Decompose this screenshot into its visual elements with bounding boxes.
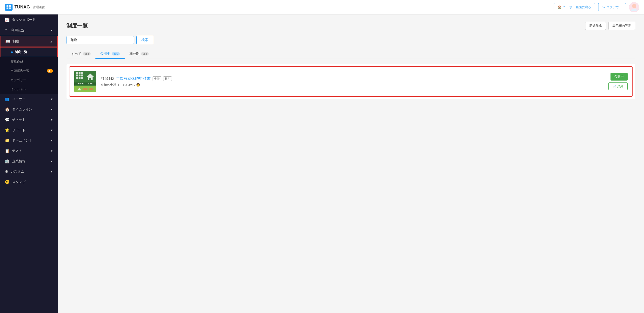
header-left: TUNAG 管理画面 (5, 4, 45, 11)
users-icon: 👥 (5, 97, 10, 101)
svg-rect-9 (90, 78, 91, 80)
sidebar-item-seido-report[interactable]: 申請報告一覧 36 (0, 66, 58, 76)
header-subtitle: 管理画面 (33, 5, 45, 10)
display-order-button[interactable]: 表示順の設定 (608, 22, 635, 30)
seido-icon: 📖 (5, 39, 10, 44)
record-card: WORK LIFE #149442 年次有給休暇申請書 (69, 66, 633, 97)
record-name-link[interactable]: 年次有給休暇申請書 (116, 76, 151, 81)
sidebar-item-seido-category[interactable]: カテゴリー (0, 76, 58, 85)
chevron-down-icon: ▼ (50, 118, 53, 121)
custom-icon: ⚙ (5, 169, 8, 174)
record-list: WORK LIFE #149442 年次有給休暇申請書 (66, 64, 635, 99)
record-id: #149442 (101, 77, 114, 81)
header-right: 🏠 ユーザー画面に戻る ↪ ログアウト (554, 2, 639, 12)
sidebar-item-company[interactable]: 🏢 企業情報 ▼ (0, 156, 58, 166)
sidebar-item-reward[interactable]: ⭐ リワード ▼ (0, 125, 58, 135)
logo: TUNAG 管理画面 (5, 4, 45, 11)
chevron-down-icon: ▼ (50, 98, 53, 101)
main-content: 制度一覧 新規作成 表示順の設定 検索 すべて 653 公開中 400 非公開 … (58, 15, 644, 313)
tab-all[interactable]: すべて 653 (66, 49, 96, 59)
thumbnail-bottom (74, 86, 96, 92)
tab-private-count: 253 (141, 52, 149, 56)
reward-icon: ⭐ (5, 128, 10, 132)
chevron-up-icon: ▲ (50, 40, 52, 43)
record-thumbnail: WORK LIFE (74, 71, 96, 92)
life-label: LIFE (88, 83, 92, 85)
sidebar-item-usage[interactable]: 〜 利用状況 ▼ (0, 25, 58, 36)
document-icon: 📄 (612, 85, 616, 88)
sidebar-item-document[interactable]: 📁 ドキュメント ▼ (0, 135, 58, 146)
svg-marker-7 (87, 74, 94, 77)
svg-rect-0 (6, 5, 8, 7)
record-info: #149442 年次有給休暇申請書 申請 社内 有給の申請はこちらから 🧑 (101, 76, 604, 87)
thumbnail-top: WORK LIFE (74, 71, 96, 86)
home-icon: 🏠 (558, 5, 562, 9)
page-title: 制度一覧 (66, 22, 88, 30)
sidebar-item-seido[interactable]: 📖 制度 ▲ (0, 36, 58, 47)
sidebar-item-seido-list[interactable]: 制度一覧 (0, 47, 58, 57)
page-header: 制度一覧 新規作成 表示順の設定 (66, 22, 635, 30)
svg-rect-1 (9, 5, 11, 7)
tab-private[interactable]: 非公開 253 (124, 49, 154, 59)
chevron-down-icon: ▼ (50, 170, 53, 173)
active-dot (11, 51, 13, 53)
tab-public[interactable]: 公開中 400 (96, 49, 124, 59)
sidebar-seido-submenu: 制度一覧 新規作成 申請報告一覧 36 カテゴリー ミッション (0, 47, 58, 94)
detail-button[interactable]: 📄 詳細 (608, 83, 628, 90)
record-actions: 公開中 📄 詳細 (608, 73, 628, 90)
sidebar-item-stamp[interactable]: 😊 スタンプ (0, 177, 58, 187)
layout: 📈 ダッシュボード 〜 利用状況 ▼ 📖 制度 ▲ 制度一覧 新規作成 申請報告… (0, 15, 644, 313)
record-tag-internal: 社内 (163, 77, 172, 81)
sidebar-item-custom[interactable]: ⚙ カスタム ▼ (0, 166, 58, 177)
chevron-down-icon: ▼ (50, 139, 53, 142)
svg-point-6 (633, 4, 636, 7)
back-to-user-button[interactable]: 🏠 ユーザー画面に戻る (554, 3, 595, 11)
logout-icon: ↪ (602, 5, 605, 9)
tab-all-count: 653 (83, 52, 90, 56)
chevron-down-icon: ▼ (50, 129, 53, 132)
sidebar-item-test[interactable]: 📋 テスト ▼ (0, 146, 58, 156)
usage-icon: 〜 (5, 28, 9, 33)
rect2-icon (90, 88, 93, 90)
sidebar-item-timeline[interactable]: 🏠 タイムライン ▼ (0, 104, 58, 115)
chevron-down-icon: ▼ (50, 150, 53, 152)
company-icon: 🏢 (5, 159, 10, 163)
logo-text: TUNAG (14, 5, 30, 10)
record-tag-apply: 申請 (152, 77, 161, 81)
search-input[interactable] (66, 36, 134, 44)
triangle-icon (77, 88, 81, 90)
tab-public-count: 400 (112, 52, 120, 56)
dashboard-icon: 📈 (5, 17, 10, 22)
chevron-down-icon: ▼ (50, 108, 53, 111)
published-button[interactable]: 公開中 (610, 73, 628, 81)
sidebar-item-users[interactable]: 👥 ユーザー ▼ (0, 94, 58, 104)
rect-icon (83, 88, 88, 90)
search-button[interactable]: 検索 (136, 36, 153, 44)
stamp-icon: 😊 (5, 180, 10, 184)
document-icon: 📁 (5, 138, 10, 143)
sidebar-item-dashboard[interactable]: 📈 ダッシュボード (0, 15, 58, 25)
sidebar: 📈 ダッシュボード 〜 利用状況 ▼ 📖 制度 ▲ 制度一覧 新規作成 申請報告… (0, 15, 58, 313)
sidebar-item-seido-mission[interactable]: ミッション (0, 85, 58, 94)
logo-box (5, 4, 12, 11)
report-badge: 36 (47, 69, 53, 73)
chevron-down-icon: ▼ (50, 29, 53, 32)
test-icon: 📋 (5, 149, 10, 153)
work-label: WORK (78, 83, 84, 85)
avatar (629, 2, 639, 12)
page-actions: 新規作成 表示順の設定 (585, 22, 635, 30)
timeline-icon: 🏠 (5, 107, 10, 112)
sidebar-item-chat[interactable]: 💬 チャット ▼ (0, 115, 58, 125)
header: TUNAG 管理画面 🏠 ユーザー画面に戻る ↪ ログアウト (0, 0, 644, 15)
svg-rect-3 (9, 8, 11, 9)
record-title-row: #149442 年次有給休暇申請書 申請 社内 (101, 76, 604, 81)
chat-icon: 💬 (5, 117, 10, 122)
tab-bar: すべて 653 公開中 400 非公開 253 (66, 49, 635, 59)
logout-button[interactable]: ↪ ログアウト (598, 3, 626, 11)
sidebar-item-seido-new[interactable]: 新規作成 (0, 57, 58, 66)
record-description: 有給の申請はこちらから 🧑 (101, 83, 604, 87)
chevron-down-icon: ▼ (50, 160, 53, 163)
svg-rect-2 (6, 8, 8, 9)
new-create-button[interactable]: 新規作成 (585, 22, 606, 30)
search-area: 検索 (66, 36, 635, 44)
